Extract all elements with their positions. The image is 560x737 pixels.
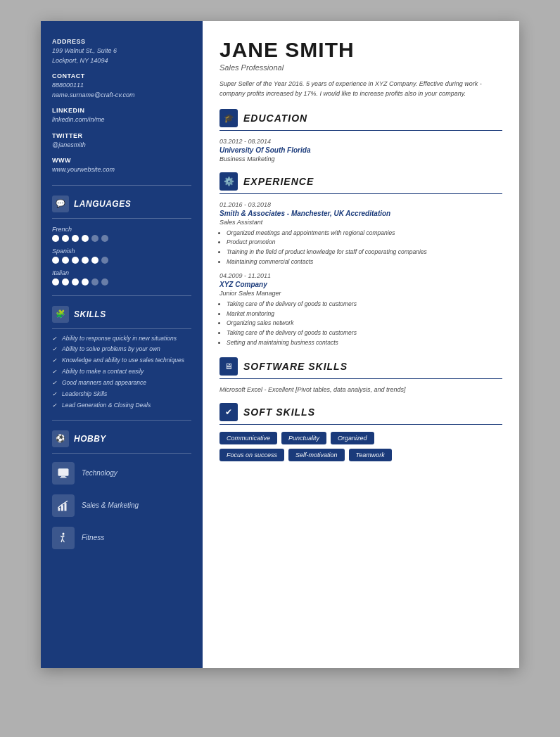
experience-entry-2: 04.2009 - 11.2011 XYZ Company Junior Sal… (219, 272, 502, 347)
education-entry: 03.2012 - 08.2014 University Of South Fl… (219, 138, 502, 162)
hobby-header: ⚽ HOBBY (52, 430, 191, 447)
software-icon: 🖥 (219, 357, 238, 376)
hobby-icon: ⚽ (52, 430, 69, 447)
skill-item: Lead Generation & Closing Deals (52, 402, 191, 410)
bullet-item: Maintaining commercial contacts (227, 257, 502, 267)
linkedin-value: linkedin.com/in/me (52, 115, 191, 125)
twitter-label: TWITTER (52, 132, 191, 139)
address-block: ADDRESS 199 Walnut St., Suite 6Lockport,… (52, 38, 191, 65)
skill-item: Knowledge and ability to use sales techn… (52, 357, 191, 365)
twitter-block: TWITTER @janesmith (52, 132, 191, 150)
bullet-item: Organizing sales network (227, 319, 502, 328)
skills-list: Ability to response quickly in new situa… (52, 335, 191, 410)
svg-rect-1 (61, 475, 65, 477)
languages-header: 💬 LANGUAGES (52, 196, 191, 212)
svg-line-11 (63, 539, 65, 542)
language-italian: Italian (52, 269, 191, 286)
bullet-item: Taking care of the delivery of goods to … (227, 300, 502, 309)
soft-skills-title: SOFT SKILLS (243, 406, 315, 418)
svg-rect-0 (58, 468, 69, 476)
contact-value: 888000111name.surname@craft-cv.com (52, 81, 191, 100)
bullet-item: Market monitoring (227, 309, 502, 319)
svg-line-9 (63, 536, 65, 537)
education-dates: 03.2012 - 08.2014 (219, 138, 502, 145)
linkedin-block: LINKEDIN linkedin.com/in/me (52, 107, 191, 125)
dot (62, 257, 69, 264)
resume: ADDRESS 199 Walnut St., Suite 6Lockport,… (41, 21, 519, 668)
skill-item: Good manners and appearance (52, 379, 191, 387)
experience-title: EXPERIENCE (243, 176, 314, 187)
svg-rect-4 (61, 505, 63, 511)
languages-title: LANGUAGES (74, 199, 131, 209)
dot (72, 257, 79, 264)
exp2-dates: 04.2009 - 11.2011 (219, 272, 502, 279)
lang-name-italian: Italian (52, 269, 191, 276)
dot-empty (91, 278, 98, 286)
dot (72, 278, 79, 286)
languages-icon: 💬 (52, 196, 69, 212)
badge-punctuality: Punctuality (281, 432, 326, 444)
badge-communicative: Communicative (219, 432, 277, 444)
skills-title: SKILLS (74, 309, 106, 319)
address-label: ADDRESS (52, 38, 191, 45)
dot (82, 278, 89, 286)
dot (62, 235, 69, 242)
soft-skills-icon: ✔ (219, 403, 238, 421)
candidate-summary: Super Seller of the Year 2016. 5 years o… (219, 79, 502, 99)
education-section: 🎓 EDUCATION 03.2012 - 08.2014 University… (219, 109, 502, 162)
www-label: WWW (52, 157, 191, 164)
software-title: SOFTWARE SKILLS (243, 361, 348, 372)
dot (91, 257, 98, 264)
candidate-title: Sales Professional (219, 63, 502, 72)
hobby-fitness: Fitness (52, 527, 191, 549)
bullet-item: Organized meetings and appointments with… (227, 229, 502, 238)
bullet-item: Training in the field of product knowled… (227, 248, 502, 257)
dot (72, 235, 79, 242)
contact-block: CONTACT 888000111name.surname@craft-cv.c… (52, 72, 191, 100)
software-header: 🖥 SOFTWARE SKILLS (219, 357, 502, 376)
language-spanish: Spanish (52, 248, 191, 264)
dot (52, 235, 59, 242)
lang-dots-spanish (52, 257, 191, 264)
dot (82, 235, 89, 242)
skill-item: Ability to solve problems by your own (52, 345, 191, 354)
hobby-label-technology: Technology (82, 469, 117, 477)
dot-empty (101, 235, 108, 242)
fitness-icon (52, 527, 75, 549)
dot (52, 278, 59, 286)
badge-focus: Focus on success (219, 449, 284, 461)
hobby-label-sales: Sales & Marketing (82, 501, 139, 509)
experience-entry-1: 01.2016 - 03.2018 Smith & Associates - M… (219, 201, 502, 267)
education-institution: University Of South Florida (219, 146, 502, 154)
contact-label: CONTACT (52, 72, 191, 79)
soft-skills-row1: Communicative Punctuality Organized (219, 432, 502, 444)
exp2-bullets: Taking care of the delivery of goods to … (227, 300, 502, 347)
main-content: JANE SMITH Sales Professional Super Sell… (203, 21, 519, 668)
language-french: French (52, 226, 191, 242)
svg-line-8 (61, 536, 62, 537)
twitter-value: @janesmith (52, 141, 191, 150)
software-section: 🖥 SOFTWARE SKILLS Microsoft Excel - Exce… (219, 357, 502, 393)
dot (52, 257, 59, 264)
hobby-sales: Sales & Marketing (52, 494, 191, 517)
exp1-company: Smith & Associates - Manchester, UK Accr… (219, 210, 502, 217)
bullet-item: Taking care of the delivery of goods to … (227, 328, 502, 338)
badge-teamwork: Teamwork (349, 449, 392, 461)
exp1-bullets: Organized meetings and appointments with… (227, 229, 502, 267)
svg-rect-3 (58, 508, 61, 511)
svg-rect-5 (65, 503, 67, 511)
technology-icon (52, 462, 75, 485)
software-text: Microsoft Excel - Excellent [Pivot table… (219, 386, 502, 393)
www-value: www.yourwebsite.com (52, 165, 191, 175)
lang-dots-italian (52, 278, 191, 286)
dot-empty (91, 235, 98, 242)
experience-header: ⚙️ EXPERIENCE (219, 172, 502, 191)
hobby-technology: Technology (52, 462, 191, 485)
education-title: EDUCATION (243, 113, 307, 124)
linkedin-label: LINKEDIN (52, 107, 191, 114)
hobby-title: HOBBY (74, 434, 106, 444)
skill-item: Ability to make a contact easily (52, 368, 191, 376)
skills-icon: 🧩 (52, 306, 69, 323)
dot-empty (101, 257, 108, 264)
soft-skills-section: ✔ SOFT SKILLS Communicative Punctuality … (219, 403, 502, 461)
